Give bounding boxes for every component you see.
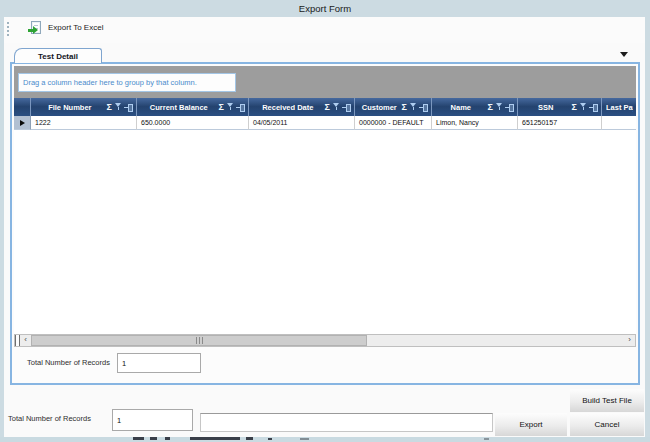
toolbar-grip[interactable] [7,22,9,37]
column-header-received-date[interactable]: Received DateΣ [249,98,355,116]
footer-records-input[interactable] [112,409,193,431]
column-label: Last Payr [606,103,633,112]
tab-test-detail[interactable]: Test Detail [14,48,102,63]
group-by-hint: Drag a column header here to group by th… [18,73,236,92]
row-selector-cell[interactable] [14,116,31,130]
cell-customer[interactable]: 0000000 - DEFAULT [355,116,432,130]
sum-icon[interactable]: Σ [402,98,407,116]
filter-icon[interactable] [114,103,122,111]
tab-scroll-dropdown-icon[interactable] [620,52,628,57]
cancel-button[interactable]: Cancel [570,413,644,436]
column-label: SSN [522,103,570,112]
tab-records-input[interactable] [117,353,201,373]
export-button[interactable]: Export [495,413,567,436]
pin-icon[interactable] [505,103,514,111]
export-form-window: Export Form Export To Excel Test Detail … [0,0,650,442]
export-to-excel-button[interactable]: Export To Excel [14,17,144,43]
window-border-right [645,17,650,442]
column-header-last-payr[interactable]: Last Payr [602,98,636,116]
build-test-file-button[interactable]: Build Test File [570,389,644,412]
scrollbar-grip-icon [196,337,203,344]
current-row-arrow-icon [20,120,25,126]
scrollbar-thumb[interactable] [31,335,367,346]
grid-header-row: File NumberΣCurrent BalanceΣReceived Dat… [14,98,636,116]
column-label: Name [436,103,486,112]
sum-icon[interactable]: Σ [572,98,577,116]
filter-icon[interactable] [332,103,340,111]
tab-records-label: Total Number of Records [27,358,110,367]
filter-icon[interactable] [409,103,417,111]
cell-received-date[interactable]: 04/05/2011 [249,116,355,130]
pin-icon[interactable] [342,103,351,111]
pin-icon[interactable] [589,103,598,111]
sum-icon[interactable]: Σ [325,98,330,116]
column-header-name[interactable]: NameΣ [432,98,518,116]
sum-icon[interactable]: Σ [107,98,112,116]
window-border-left [0,17,4,442]
filter-icon[interactable] [226,103,234,111]
bottom-edge-strip [0,437,650,442]
column-header-current-balance[interactable]: Current BalanceΣ [137,98,249,116]
grid-group-panel[interactable]: Drag a column header here to group by th… [14,66,636,98]
column-header-ssn[interactable]: SSNΣ [518,98,602,116]
filter-icon[interactable] [495,103,503,111]
column-label: File Number [35,103,105,112]
test-detail-tab-page: Drag a column header here to group by th… [10,62,640,385]
row-selector-header [14,98,31,116]
cell-file-number[interactable]: 1222 [31,116,137,130]
cell-current-balance[interactable]: 650.0000 [137,116,249,130]
scroll-right-button[interactable]: › [624,335,635,346]
column-label: Customer [359,103,400,112]
column-header-file-number[interactable]: File NumberΣ [31,98,137,116]
column-header-customer[interactable]: CustomerΣ [355,98,432,116]
cell-last-payr[interactable] [602,116,636,130]
pin-icon[interactable] [124,103,133,111]
horizontal-scrollbar[interactable]: ‹ › [14,334,636,347]
footer-records-label: Total Number of Records [8,414,91,423]
toolbar: Export To Excel [4,17,645,43]
pin-icon[interactable] [419,103,428,111]
sum-icon[interactable]: Σ [219,98,224,116]
filter-icon[interactable] [579,103,587,111]
cell-name[interactable]: Limon, Nancy [432,116,518,130]
export-grid: Drag a column header here to group by th… [14,66,636,347]
column-label: Current Balance [141,103,217,112]
column-label: Received Date [253,103,323,112]
status-progress-field[interactable] [200,413,493,432]
cell-ssn[interactable]: 651250157 [518,116,602,130]
export-to-excel-label: Export To Excel [48,23,103,32]
scroll-left-button[interactable]: ‹ [20,335,31,346]
excel-export-icon [28,21,42,36]
pin-icon[interactable] [236,103,245,111]
window-title: Export Form [0,0,650,17]
grid-empty-area [14,130,636,334]
sum-icon[interactable]: Σ [488,98,493,116]
table-row[interactable]: 1222650.000004/05/20110000000 - DEFAULTL… [14,116,636,130]
